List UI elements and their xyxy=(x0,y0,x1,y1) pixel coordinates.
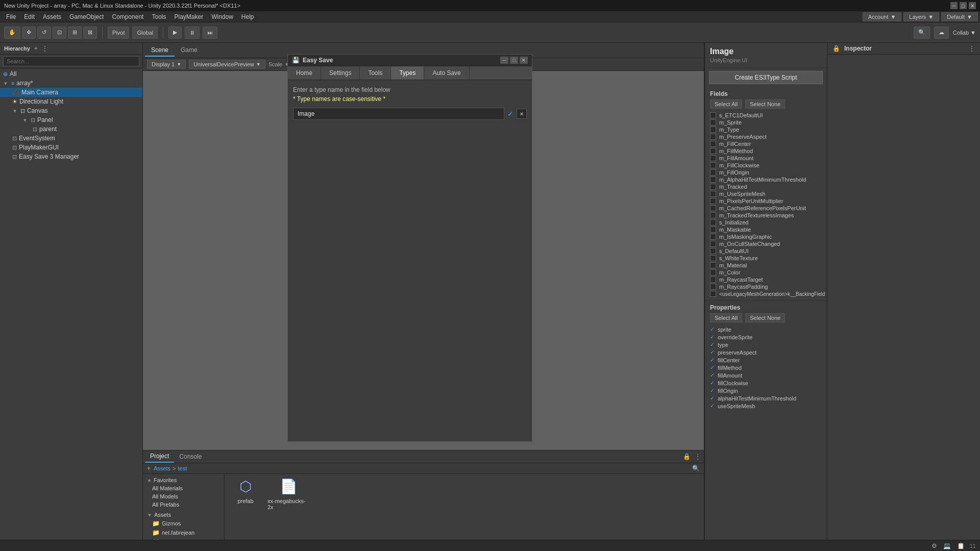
all-prefabs[interactable]: All Prefabs xyxy=(145,500,222,509)
menu-edit[interactable]: Edit xyxy=(20,12,39,21)
asset-prefab[interactable]: ⬡ prefab xyxy=(228,477,263,511)
display-dropdown[interactable]: Display 1 ▼ xyxy=(147,60,186,69)
hier-easysave3[interactable]: ⊡ Easy Save 3 Manager xyxy=(0,152,142,161)
hier-scene[interactable]: ▼ ≡ array* ⋮ xyxy=(0,79,142,88)
es-tab-autosave[interactable]: Auto Save xyxy=(424,66,469,80)
hand-tool[interactable]: ✋ xyxy=(4,27,20,39)
hier-scene-menu[interactable]: ⋮ xyxy=(134,81,139,86)
field-checkbox-m_FillAmount[interactable] xyxy=(710,155,716,161)
maximize-button[interactable]: □ xyxy=(960,2,967,9)
field-checkbox-m_CachedRef[interactable] xyxy=(710,205,716,211)
all-models[interactable]: All Models xyxy=(145,492,222,500)
hierarchy-search[interactable] xyxy=(3,56,139,66)
menu-playmaker[interactable]: PlayMaker xyxy=(170,12,207,21)
es-maximize-btn[interactable]: □ xyxy=(510,57,518,64)
move-tool[interactable]: ✥ xyxy=(22,27,36,39)
folder-gizmos[interactable]: 📁 Gizmos xyxy=(145,519,222,528)
field-checkbox-m_FillMethod[interactable] xyxy=(710,148,716,154)
field-checkbox-m_Maskable[interactable] xyxy=(710,227,716,233)
props-select-all[interactable]: Select All xyxy=(710,313,742,322)
menu-component[interactable]: Component xyxy=(108,12,148,21)
field-checkbox-m_Tracked[interactable] xyxy=(710,184,716,190)
field-checkbox-s_WhiteTexture[interactable] xyxy=(710,255,716,261)
field-checkbox-useLegacyMesh[interactable] xyxy=(710,291,716,297)
add-asset-button[interactable]: + xyxy=(146,465,152,472)
minimize-button[interactable]: ─ xyxy=(950,2,958,9)
asset-search-btn[interactable]: 🔍 xyxy=(691,465,701,472)
menu-help[interactable]: Help xyxy=(237,12,258,21)
inspector-lock-icon[interactable]: 🔒 xyxy=(831,45,841,52)
field-checkbox-m_Sprite[interactable] xyxy=(710,119,716,126)
layout-button[interactable]: Default ▼ xyxy=(941,12,978,21)
play-button[interactable]: ▶ xyxy=(168,27,182,39)
hier-eventsystem[interactable]: ⊡ EventSystem xyxy=(0,134,142,143)
es-minimize-btn[interactable]: ─ xyxy=(500,57,508,64)
props-select-none[interactable]: Select None xyxy=(745,313,785,322)
field-checkbox-m_PreserveAspect[interactable] xyxy=(710,134,716,140)
hier-camera[interactable]: 🎥 Main Camera xyxy=(0,88,142,97)
field-checkbox-m_FillOrigin[interactable] xyxy=(710,169,716,176)
menu-window[interactable]: Window xyxy=(207,12,237,21)
global-button[interactable]: Global xyxy=(132,27,158,39)
field-checkbox-s_DefaultUI[interactable] xyxy=(710,248,716,254)
rect-tool[interactable]: ⊞ xyxy=(68,27,82,39)
tab-console[interactable]: Console xyxy=(174,451,207,462)
preview-dropdown[interactable]: UniversalDevicePreview ▼ xyxy=(189,60,265,69)
es-clear-btn[interactable]: ✕ xyxy=(517,109,527,119)
es-type-input[interactable] xyxy=(293,108,504,120)
scale-tool[interactable]: ⊡ xyxy=(53,27,66,39)
breadcrumb-test[interactable]: test xyxy=(178,465,187,471)
layers-button[interactable]: Layers ▼ xyxy=(903,12,939,21)
field-checkbox-m_FillClockwise[interactable] xyxy=(710,162,716,168)
es-close-btn[interactable]: ✕ xyxy=(520,57,528,64)
step-button[interactable]: ⏭ xyxy=(203,27,217,39)
hier-canvas[interactable]: ▼ ⊡ Canvas xyxy=(0,106,142,115)
field-checkbox-m_AlphaHitTest[interactable] xyxy=(710,177,716,183)
account-button[interactable]: Account ▼ xyxy=(863,12,902,21)
assets-header[interactable]: ▼ Assets xyxy=(145,511,222,519)
hierarchy-menu-button[interactable]: ⋮ xyxy=(41,45,49,52)
menu-gameobject[interactable]: GameObject xyxy=(65,12,108,21)
transform-tool[interactable]: ⊠ xyxy=(83,27,97,39)
hier-all[interactable]: ⊕ All xyxy=(0,69,142,79)
es-tab-tools[interactable]: Tools xyxy=(360,66,391,80)
favorites-header[interactable]: ★ Favorites xyxy=(145,476,222,484)
close-button[interactable]: ✕ xyxy=(969,2,976,9)
es-tab-home[interactable]: Home xyxy=(288,66,321,80)
es-tab-settings[interactable]: Settings xyxy=(321,66,360,80)
status-clipboard-icon[interactable]: 📋 xyxy=(956,542,966,549)
field-checkbox-m_Color[interactable] xyxy=(710,269,716,276)
folder-netfabrejean[interactable]: 📁 net.fabrejean xyxy=(145,528,222,537)
fields-select-all[interactable]: Select All xyxy=(710,99,742,109)
menu-assets[interactable]: Assets xyxy=(39,12,65,21)
field-checkbox-m_TrackedTex[interactable] xyxy=(710,212,716,218)
field-checkbox-s_Initialized[interactable] xyxy=(710,219,716,226)
bottom-lock-icon[interactable]: 🔒 xyxy=(682,453,692,460)
breadcrumb-assets[interactable]: Assets xyxy=(154,465,170,471)
bottom-menu-icon[interactable]: ⋮ xyxy=(694,453,702,460)
tab-game[interactable]: Game xyxy=(175,44,204,57)
tab-scene[interactable]: Scene xyxy=(145,44,175,57)
es-check-icon[interactable]: ✓ xyxy=(507,110,513,118)
hier-light[interactable]: ☀ Directional Light xyxy=(0,97,142,106)
pause-button[interactable]: ⏸ xyxy=(185,27,200,39)
tab-project[interactable]: Project xyxy=(145,450,174,463)
pivot-button[interactable]: Pivot xyxy=(108,27,129,39)
hier-panel[interactable]: ▼ ⊡ Panel xyxy=(0,115,142,124)
es-tab-types[interactable]: Types xyxy=(391,66,424,80)
status-monitor-icon[interactable]: 💻 xyxy=(942,542,952,549)
field-checkbox-m_UseSpriteMesh[interactable] xyxy=(710,191,716,197)
field-checkbox-m_RaycastTarget[interactable] xyxy=(710,277,716,283)
hierarchy-add-button[interactable]: + xyxy=(33,45,39,52)
hier-parent[interactable]: ⊡ parent xyxy=(0,124,142,134)
search-button[interactable]: 🔍 xyxy=(914,27,930,39)
menu-tools[interactable]: Tools xyxy=(148,12,170,21)
field-checkbox-m_PixelsPerUnit[interactable] xyxy=(710,198,716,204)
field-checkbox-m_IsMaskingGraphic[interactable] xyxy=(710,234,716,240)
rotate-tool[interactable]: ↺ xyxy=(37,27,51,39)
status-settings-icon[interactable]: ⚙ xyxy=(930,542,938,549)
field-checkbox-m_RaycastPadding[interactable] xyxy=(710,284,716,290)
menu-file[interactable]: File xyxy=(2,12,20,21)
cloud-button[interactable]: ☁ xyxy=(934,27,949,39)
field-checkbox-m_OnCullStateChanged[interactable] xyxy=(710,241,716,247)
